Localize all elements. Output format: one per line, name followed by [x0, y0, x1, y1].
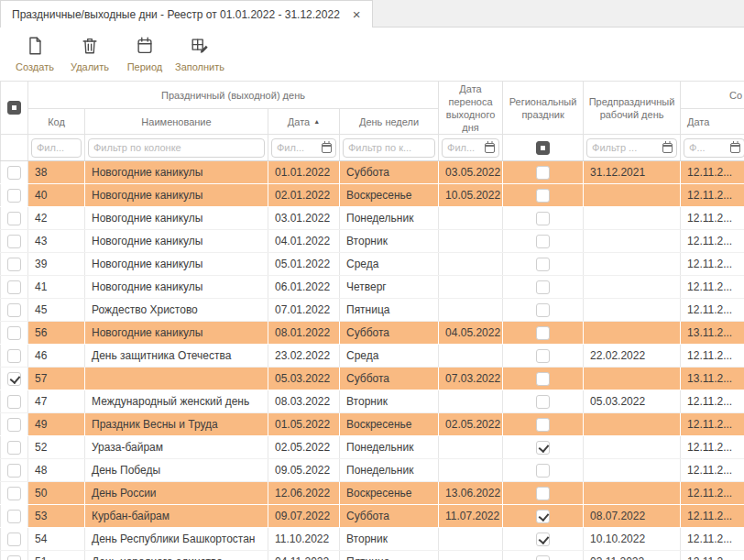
row-select-checkbox[interactable]: [7, 555, 21, 560]
column-header-regional[interactable]: Региональный праздник: [503, 82, 584, 135]
column-header-preholiday[interactable]: Предпраздничный рабочий день: [584, 82, 681, 135]
cell-date: 01.01.2022: [268, 161, 340, 184]
filter-weekday-input[interactable]: [343, 138, 435, 158]
cell-name: День Республики Башкортостан: [85, 528, 268, 551]
row-select-checkbox[interactable]: [7, 212, 21, 225]
cell-name: День России: [85, 482, 268, 505]
row-select-checkbox[interactable]: [7, 189, 21, 203]
regional-checkbox[interactable]: [536, 555, 550, 560]
cell-preholiday-date: [584, 276, 681, 299]
regional-checkbox[interactable]: [536, 189, 550, 203]
row-select-cell: [1, 161, 28, 184]
cell-date: 06.01.2022: [268, 276, 340, 299]
regional-checkbox[interactable]: [536, 235, 550, 248]
row-select-checkbox[interactable]: [7, 533, 21, 546]
row-select-checkbox[interactable]: [7, 280, 21, 294]
regional-checkbox[interactable]: [536, 326, 550, 340]
cell-preholiday-date: [584, 482, 681, 505]
filter-name-input[interactable]: [88, 138, 265, 158]
regional-checkbox[interactable]: [536, 418, 550, 432]
row-select-checkbox[interactable]: [7, 326, 21, 340]
cell-date: 11.10.2022: [268, 528, 340, 551]
cell-transfer-date: 07.03.2022: [439, 368, 503, 390]
row-select-cell: [1, 299, 28, 322]
table-row: 43 Новогодние каникулы 04.01.2022 Вторни…: [1, 230, 744, 253]
cell-created-date: 12.11.2...: [681, 528, 744, 551]
fill-table-icon: [190, 36, 210, 59]
tab-close-icon[interactable]: ×: [353, 7, 361, 21]
cell-name: День защитника Отечества: [85, 345, 268, 368]
cell-code: 45: [28, 299, 85, 322]
cell-preholiday-date: [584, 368, 681, 390]
row-select-checkbox[interactable]: [7, 418, 21, 432]
row-select-checkbox[interactable]: [7, 349, 21, 363]
cell-date: 23.02.2022: [268, 345, 340, 368]
regional-checkbox[interactable]: [536, 303, 550, 317]
regional-checkbox[interactable]: [536, 349, 550, 363]
column-header-transfer-date[interactable]: Дата переноса выходного дня: [439, 82, 503, 135]
cell-code: 48: [28, 459, 85, 482]
tab-holidays-registry[interactable]: Праздничные/выходные дни - Реестр от 01.…: [0, 0, 373, 27]
regional-checkbox[interactable]: [536, 487, 550, 500]
cell-code: 38: [28, 161, 85, 184]
regional-filter-checkbox[interactable]: [536, 141, 550, 155]
cell-preholiday-date: [584, 207, 681, 230]
table-row: 57 05.03.2022 Суббота 07.03.2022 13.11.2…: [1, 368, 744, 390]
table-row: 56 Новогодние каникулы 08.01.2022 Суббот…: [1, 322, 744, 345]
row-select-checkbox[interactable]: [7, 464, 21, 478]
cell-transfer-date: [439, 253, 503, 276]
select-all-checkbox[interactable]: [7, 101, 21, 115]
cell-code: 47: [28, 390, 85, 413]
regional-checkbox[interactable]: [536, 395, 550, 409]
regional-checkbox[interactable]: [536, 258, 550, 271]
cell-regional: [503, 505, 584, 528]
regional-checkbox[interactable]: [536, 372, 550, 386]
toolbar: Создать Удалить Период Заполнить: [0, 27, 744, 81]
fill-button[interactable]: Заполнить: [172, 30, 227, 78]
calendar-icon[interactable]: [730, 143, 740, 153]
filter-code-input[interactable]: [31, 138, 82, 158]
cell-name: Новогодние каникулы: [85, 253, 268, 276]
row-select-checkbox[interactable]: [7, 303, 21, 317]
column-header-weekday[interactable]: День недели: [340, 109, 439, 135]
cell-date: 09.05.2022: [268, 459, 340, 482]
row-select-checkbox[interactable]: [7, 372, 21, 386]
cell-code: 53: [28, 505, 85, 528]
column-header-code[interactable]: Код: [28, 109, 85, 135]
period-button[interactable]: Период: [117, 30, 172, 78]
cell-transfer-date: [439, 230, 503, 253]
row-select-checkbox[interactable]: [7, 395, 21, 409]
column-header-name[interactable]: Наименование: [85, 109, 268, 135]
regional-checkbox[interactable]: [536, 510, 550, 523]
cell-transfer-date: 11.07.2022: [439, 505, 503, 528]
create-button[interactable]: Создать: [7, 30, 62, 78]
delete-button[interactable]: Удалить: [62, 30, 117, 78]
row-select-checkbox[interactable]: [7, 510, 21, 523]
row-select-checkbox[interactable]: [7, 258, 21, 271]
cell-name: Рождество Христово: [85, 299, 268, 322]
row-select-checkbox[interactable]: [7, 166, 21, 180]
column-header-created-date[interactable]: Дата: [681, 109, 744, 135]
cell-preholiday-date: 22.02.2022: [584, 345, 681, 368]
row-select-cell: [1, 322, 28, 345]
calendar-icon[interactable]: [322, 143, 332, 153]
cell-name: Курбан-байрам: [85, 505, 268, 528]
regional-checkbox[interactable]: [536, 533, 550, 546]
regional-checkbox[interactable]: [536, 441, 550, 455]
row-select-checkbox[interactable]: [7, 487, 21, 500]
row-select-checkbox[interactable]: [7, 441, 21, 455]
column-header-date[interactable]: Дата▲: [268, 109, 340, 135]
cell-weekday: Суббота: [340, 161, 439, 184]
regional-checkbox[interactable]: [536, 464, 550, 478]
tab-bar: Праздничные/выходные дни - Реестр от 01.…: [0, 0, 744, 27]
calendar-icon[interactable]: [485, 143, 495, 153]
regional-checkbox[interactable]: [536, 166, 550, 180]
cell-date: 08.01.2022: [268, 322, 340, 345]
cell-regional: [503, 528, 584, 551]
period-button-label: Период: [127, 61, 163, 72]
row-select-checkbox[interactable]: [7, 235, 21, 248]
calendar-icon[interactable]: [662, 143, 673, 153]
regional-checkbox[interactable]: [536, 280, 550, 294]
cell-created-date: 12.11.2...: [681, 459, 744, 482]
regional-checkbox[interactable]: [536, 212, 550, 225]
